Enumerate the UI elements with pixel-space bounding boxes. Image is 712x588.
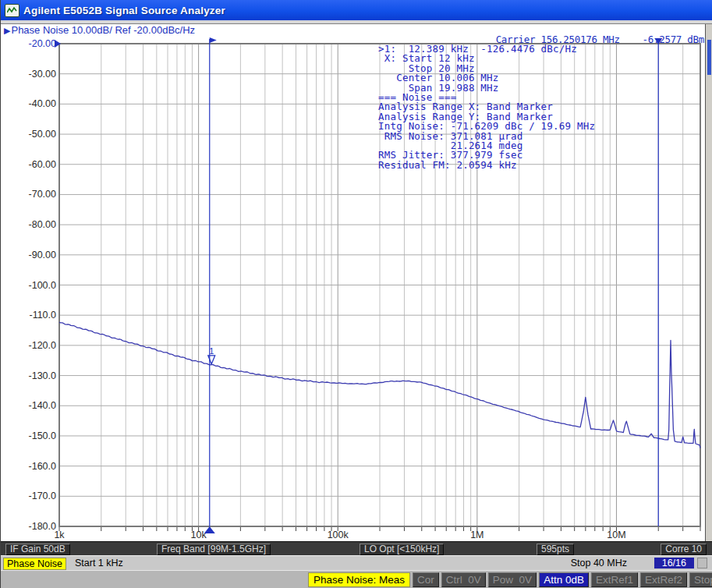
y-tick-label: -40.00: [29, 98, 56, 109]
correction-status: Corre 10: [661, 544, 707, 555]
y-tick-label: -150.0: [29, 430, 56, 441]
x-tick-label: 10k: [191, 530, 207, 540]
meas-status-badge[interactable]: Phase Noise: Meas: [308, 572, 410, 587]
band-start-flag-icon[interactable]: [210, 37, 217, 43]
status-extref1: ExtRef1: [591, 572, 638, 587]
y-tick-label: -160.0: [29, 461, 56, 472]
y-tick-label: -20.00: [29, 38, 56, 49]
sweep-status-bar: Phase Noise Start 1 kHz Stop 40 MHz 16/1…: [1, 555, 712, 570]
frame-indicator: [707, 40, 711, 75]
analysis-info-panel: >1: 12.389 kHz -126.4476 dBc/Hz X: Start…: [378, 44, 595, 170]
y-tick-label: -60.00: [29, 159, 56, 170]
hw-status-bar: IF Gain 50dB Freq Band [99M-1.5GHz] LO O…: [1, 541, 712, 555]
x-tick-label: 1k: [54, 530, 65, 540]
status-extref2: ExtRef2: [640, 572, 687, 587]
measurement-mode-badge[interactable]: Phase Noise: [3, 558, 66, 570]
if-gain-status: IF Gain 50dB: [5, 544, 70, 555]
average-counter: 16/16: [654, 558, 694, 569]
y-tick-label: -50.00: [29, 129, 56, 140]
scale-label: Phase Noise 10.00dB/ Ref -20.00dBc/Hz: [11, 24, 195, 36]
sweep-start-label: Start 1 kHz: [75, 558, 123, 569]
y-tick-label: -30.00: [29, 69, 56, 80]
status-end-box: [697, 558, 707, 569]
y-tick-label: -70.00: [29, 189, 56, 200]
phase-noise-chart: -20.00-30.00-40.00-50.00-60.00-70.00-80.…: [1, 0, 712, 588]
x-tick-label: 100k: [328, 530, 349, 540]
freq-band-status: Freq Band [99M-1.5GHz]: [157, 544, 271, 555]
window-right-frame: [705, 24, 712, 541]
points-status: 595pts: [537, 544, 574, 555]
status-stop: Stop: [689, 572, 712, 587]
status-attn: Attn 0dB: [539, 572, 589, 587]
analyzer-window: Agilent E5052B Signal Source Analyzer ▶P…: [0, 0, 712, 588]
status-ctrl: Ctrl 0V: [441, 572, 486, 587]
residual-fm: Residual FM: 2.0594 kHz: [378, 161, 595, 170]
instrument-status-bar: Phase Noise: Meas Cor Ctrl 0V Pow 0V Att…: [1, 570, 712, 588]
instrument-status-row: Phase Noise: Meas Cor Ctrl 0V Pow 0V Att…: [308, 572, 712, 587]
y-tick-label: -80.00: [29, 219, 56, 230]
y-tick-label: -140.0: [29, 400, 56, 411]
y-tick-label: -120.0: [29, 340, 56, 351]
y-tick-label: -170.0: [29, 491, 56, 501]
lo-opt-status: LO Opt [<150kHz]: [360, 544, 444, 555]
marker1-label: 1: [209, 346, 214, 356]
y-tick-label: -180.0: [29, 521, 56, 532]
trace-scale-header: ▶Phase Noise 10.00dB/ Ref -20.00dBc/Hz: [4, 24, 195, 36]
x-tick-label: 10M: [607, 530, 625, 540]
trace-select-icon: ▶: [4, 26, 10, 35]
status-pow: Pow 0V: [488, 572, 537, 587]
y-tick-label: -110.0: [29, 310, 56, 321]
status-cor: Cor: [413, 572, 439, 587]
x-tick-label: 1M: [470, 530, 484, 540]
marker1-arrow-icon[interactable]: [208, 356, 215, 364]
sweep-stop-label: Stop 40 MHz: [571, 558, 627, 569]
y-tick-label: -130.0: [29, 370, 56, 381]
y-tick-label: -90.00: [29, 250, 56, 260]
y-tick-label: -100.0: [29, 280, 56, 291]
